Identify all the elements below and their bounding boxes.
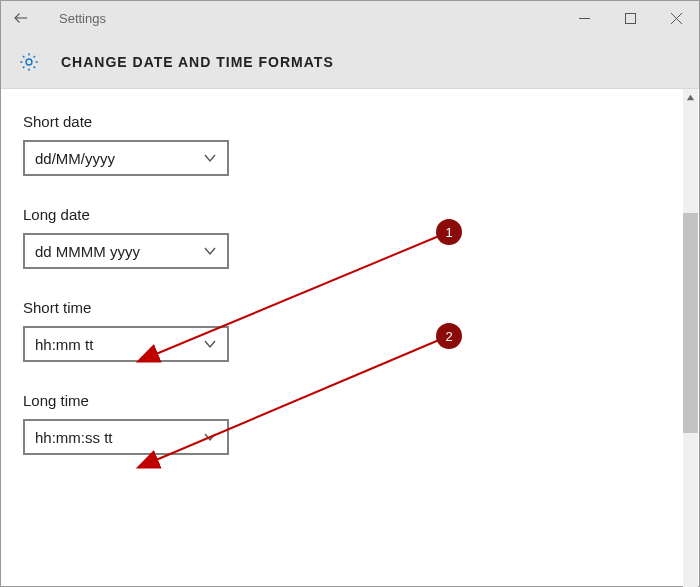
chevron-down-icon: [203, 430, 217, 444]
chevron-down-icon: [203, 337, 217, 351]
maximize-button[interactable]: [607, 1, 653, 35]
chevron-down-icon: [203, 151, 217, 165]
select-long-time[interactable]: hh:mm:ss tt: [23, 419, 229, 455]
svg-rect-2: [625, 13, 635, 23]
select-short-date[interactable]: dd/MM/yyyy: [23, 140, 229, 176]
select-long-date-value: dd MMMM yyyy: [35, 243, 140, 260]
field-short-time: Short time hh:mm tt: [23, 299, 677, 362]
scrollbar-thumb[interactable]: [683, 213, 698, 433]
window-title: Settings: [41, 11, 106, 26]
svg-marker-6: [687, 94, 694, 99]
label-short-date: Short date: [23, 113, 677, 130]
vertical-scrollbar[interactable]: [683, 89, 698, 587]
label-short-time: Short time: [23, 299, 677, 316]
select-long-date[interactable]: dd MMMM yyyy: [23, 233, 229, 269]
svg-point-5: [26, 59, 32, 65]
field-long-date: Long date dd MMMM yyyy: [23, 206, 677, 269]
gear-icon: [17, 50, 41, 74]
label-long-date: Long date: [23, 206, 677, 223]
field-long-time: Long time hh:mm:ss tt: [23, 392, 677, 455]
settings-window: Settings CHANGE DATE AND TIME FORMATS Sh…: [0, 0, 700, 587]
titlebar: Settings: [1, 1, 699, 35]
window-controls: [561, 1, 699, 35]
scroll-up-icon[interactable]: [683, 89, 698, 105]
select-short-time-value: hh:mm tt: [35, 336, 93, 353]
label-long-time: Long time: [23, 392, 677, 409]
back-button[interactable]: [1, 1, 41, 35]
select-short-time[interactable]: hh:mm tt: [23, 326, 229, 362]
close-button[interactable]: [653, 1, 699, 35]
chevron-down-icon: [203, 244, 217, 258]
page-title: CHANGE DATE AND TIME FORMATS: [61, 54, 334, 70]
field-short-date: Short date dd/MM/yyyy: [23, 113, 677, 176]
select-short-date-value: dd/MM/yyyy: [35, 150, 115, 167]
minimize-button[interactable]: [561, 1, 607, 35]
select-long-time-value: hh:mm:ss tt: [35, 429, 113, 446]
content-area: Short date dd/MM/yyyy Long date dd MMMM …: [1, 89, 699, 586]
page-header: CHANGE DATE AND TIME FORMATS: [1, 35, 699, 89]
